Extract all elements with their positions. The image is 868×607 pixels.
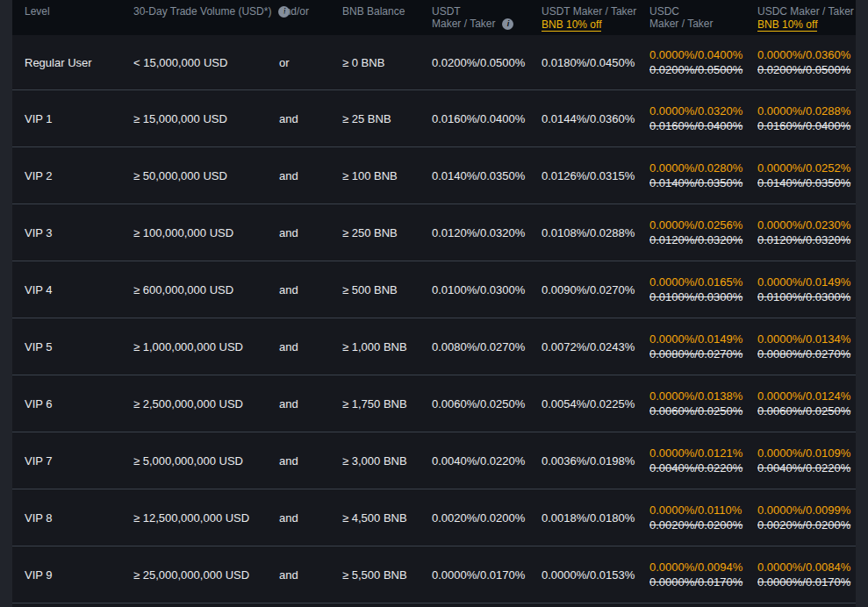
table-row: VIP 7 ≥ 5,000,000,000 USD and ≥ 3,000 BN… [12, 432, 856, 489]
bnb-balance-cell: ≥ 25 BNB [342, 112, 432, 125]
usdt-bnb-fee-cell: 0.0126%/0.0315% [542, 169, 649, 182]
usdt-fee-cell: 0.0120%/0.0320% [432, 226, 542, 239]
promo-fee-value: 0.0000%/0.0134% [757, 332, 856, 346]
usdc-bnb-fee-cell: 0.0000%/0.0134% 0.0080%/0.0270% [757, 332, 856, 361]
promo-fee-value: 0.0000%/0.0138% [649, 389, 757, 403]
usdc-bnb-fee-cell: 0.0000%/0.0109% 0.0040%/0.0220% [757, 446, 856, 475]
regular-fee-value-struck: 0.0040%/0.0220% [757, 461, 856, 475]
level-cell: VIP 7 [25, 454, 133, 468]
promo-fee-value: 0.0000%/0.0149% [757, 275, 856, 289]
conjunction-cell: and [279, 511, 342, 525]
column-header-label: Maker / Taker [432, 18, 495, 30]
column-header-label: Level [25, 5, 133, 18]
column-header-label: USDT Maker / Taker [542, 5, 649, 18]
level-cell: VIP 1 [25, 112, 133, 125]
level-cell: VIP 2 [25, 169, 133, 182]
trade-volume-cell: ≥ 2,500,000,000 USD [133, 397, 279, 411]
regular-fee-value-struck: 0.0020%/0.0200% [649, 518, 757, 532]
usdc-bnb-fee-cell: 0.0000%/0.0230% 0.0120%/0.0320% [757, 218, 856, 247]
conjunction-cell: and [279, 340, 342, 353]
usdt-fee-cell: 0.0140%/0.0350% [432, 169, 542, 182]
promo-fee-value: 0.0000%/0.0121% [649, 446, 757, 461]
promo-fee-value: 0.0000%/0.0230% [757, 218, 856, 232]
trade-volume-cell: ≥ 25,000,000,000 USD [133, 568, 279, 582]
regular-fee-value-struck: 0.0120%/0.0320% [757, 232, 856, 247]
regular-fee-value-struck: 0.0060%/0.0250% [757, 403, 856, 418]
usdt-bnb-fee-cell: 0.0054%/0.0225% [542, 397, 649, 411]
promo-fee-value: 0.0000%/0.0149% [649, 332, 757, 346]
trade-volume-cell: ≥ 50,000,000 USD [133, 169, 279, 182]
column-header-label: Maker / Taker [649, 18, 757, 30]
level-cell: Regular User [25, 56, 133, 69]
regular-fee-value-struck: 0.0000%/0.0170% [757, 575, 856, 589]
table-row: VIP 1 ≥ 15,000,000 USD and ≥ 25 BNB 0.01… [12, 90, 856, 147]
usdt-fee-cell: 0.0000%/0.0170% [432, 568, 542, 582]
usdc-bnb-fee-cell: 0.0000%/0.0252% 0.0140%/0.0350% [757, 161, 856, 190]
regular-fee-value-struck: 0.0080%/0.0270% [757, 346, 856, 361]
table-header: Level 30-Day Trade Volume (USD*) i and/o… [12, 0, 856, 35]
bnb-balance-cell: ≥ 250 BNB [342, 226, 432, 239]
promo-fee-value: 0.0000%/0.0288% [757, 104, 856, 118]
conjunction-cell: and [279, 568, 342, 582]
trade-volume-cell: ≥ 100,000,000 USD [133, 226, 279, 239]
column-header-label: USDC Maker / Taker [757, 5, 856, 18]
column-header-usdc-fee: USDC Maker / Taker [649, 5, 757, 35]
promo-fee-value: 0.0000%/0.0252% [757, 161, 856, 175]
bnb-balance-cell: ≥ 3,000 BNB [342, 454, 432, 468]
usdc-fee-cell: 0.0000%/0.0110% 0.0020%/0.0200% [649, 503, 757, 532]
info-icon[interactable]: i [502, 18, 513, 30]
trade-volume-cell: ≥ 1,000,000,000 USD [133, 340, 279, 353]
bnb-balance-cell: ≥ 5,500 BNB [342, 568, 432, 582]
fee-rate-table: Level 30-Day Trade Volume (USD*) i and/o… [12, 0, 856, 607]
bnb-discount-link[interactable]: BNB 10% off [757, 18, 817, 32]
promo-fee-value: 0.0000%/0.0400% [649, 47, 757, 62]
usdt-bnb-fee-cell: 0.0144%/0.0360% [542, 112, 649, 125]
table-row: VIP 2 ≥ 50,000,000 USD and ≥ 100 BNB 0.0… [12, 147, 856, 204]
usdc-fee-cell: 0.0000%/0.0256% 0.0120%/0.0320% [649, 218, 757, 247]
usdt-fee-cell: 0.0080%/0.0270% [432, 340, 542, 353]
usdt-bnb-fee-cell: 0.0108%/0.0288% [542, 226, 649, 239]
regular-fee-value-struck: 0.0000%/0.0170% [649, 575, 757, 589]
usdc-fee-cell: 0.0000%/0.0280% 0.0140%/0.0350% [649, 161, 757, 190]
usdc-fee-cell: 0.0000%/0.0094% 0.0000%/0.0170% [649, 560, 757, 589]
regular-fee-value-struck: 0.0040%/0.0220% [649, 461, 757, 475]
usdt-bnb-fee-cell: 0.0036%/0.0198% [542, 454, 649, 468]
conjunction-cell: and [279, 169, 342, 182]
promo-fee-value: 0.0000%/0.0360% [757, 47, 856, 62]
conjunction-cell: and [279, 283, 342, 296]
regular-fee-value-struck: 0.0200%/0.0500% [757, 62, 856, 77]
bnb-balance-cell: ≥ 1,750 BNB [342, 397, 432, 411]
column-header-level: Level [25, 5, 133, 35]
bnb-discount-link[interactable]: BNB 10% off [542, 18, 601, 32]
usdt-bnb-fee-cell: 0.0180%/0.0450% [542, 56, 649, 69]
usdt-fee-cell: 0.0100%/0.0300% [432, 283, 542, 296]
regular-fee-value-struck: 0.0120%/0.0320% [649, 232, 757, 247]
promo-fee-value: 0.0000%/0.0099% [757, 503, 856, 518]
usdc-fee-cell: 0.0000%/0.0400% 0.0200%/0.0500% [649, 47, 757, 77]
regular-fee-value-struck: 0.0100%/0.0300% [649, 289, 757, 304]
promo-fee-value: 0.0000%/0.0280% [649, 161, 757, 175]
promo-fee-value: 0.0000%/0.0094% [649, 560, 757, 575]
level-cell: VIP 5 [25, 340, 133, 353]
level-cell: VIP 4 [25, 283, 133, 296]
regular-fee-value-struck: 0.0160%/0.0400% [757, 118, 856, 133]
conjunction-cell: and [279, 112, 342, 125]
regular-fee-value-struck: 0.0140%/0.0350% [757, 175, 856, 190]
trade-volume-cell: < 15,000,000 USD [133, 56, 279, 69]
table-row: VIP 5 ≥ 1,000,000,000 USD and ≥ 1,000 BN… [12, 318, 856, 375]
level-cell: VIP 8 [25, 511, 133, 525]
regular-fee-value-struck: 0.0080%/0.0270% [649, 346, 757, 361]
column-header-label: USDT [432, 5, 542, 18]
usdc-bnb-fee-cell: 0.0000%/0.0099% 0.0020%/0.0200% [757, 503, 856, 532]
column-header-usdt-bnb-fee: USDT Maker / Taker BNB 10% off [542, 5, 649, 35]
regular-fee-value-struck: 0.0100%/0.0300% [757, 289, 856, 304]
usdt-fee-cell: 0.0160%/0.0400% [432, 112, 542, 125]
usdc-bnb-fee-cell: 0.0000%/0.0288% 0.0160%/0.0400% [757, 104, 856, 133]
trade-volume-cell: ≥ 5,000,000,000 USD [133, 454, 279, 468]
usdt-bnb-fee-cell: 0.0018%/0.0180% [542, 511, 649, 525]
column-header-label: USDC [649, 5, 757, 18]
table-row: Regular User < 15,000,000 USD or ≥ 0 BNB… [12, 35, 856, 90]
usdt-bnb-fee-cell: 0.0090%/0.0270% [542, 283, 649, 296]
trade-volume-cell: ≥ 12,500,000,000 USD [133, 511, 279, 525]
usdc-fee-cell: 0.0000%/0.0149% 0.0080%/0.0270% [649, 332, 757, 361]
